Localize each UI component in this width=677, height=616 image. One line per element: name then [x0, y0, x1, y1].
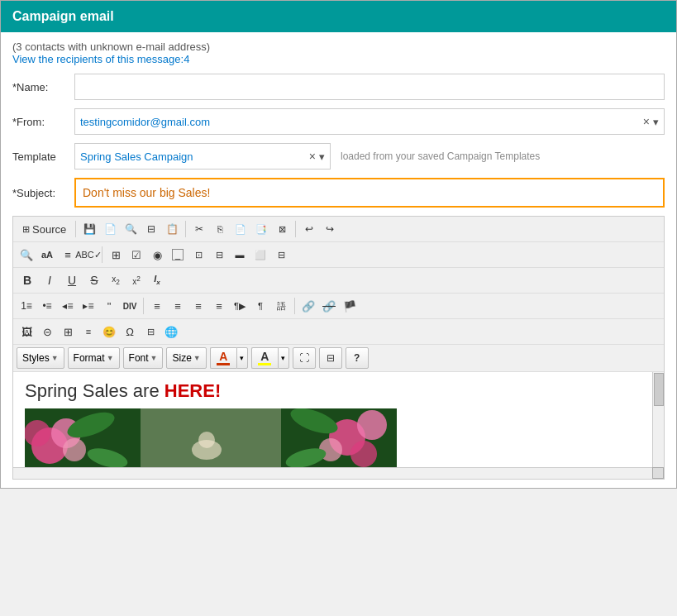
insert-table2-button[interactable]: ⊞	[58, 322, 78, 341]
remove-format-button[interactable]: Ix	[147, 270, 167, 290]
spell-icon: aA	[41, 250, 53, 260]
input-button[interactable]: _	[168, 245, 188, 265]
numbered-list-button[interactable]: 1≡	[17, 296, 36, 316]
template-value: Spring Sales Campaign	[80, 150, 309, 163]
vertical-scrollbar[interactable]	[652, 372, 664, 479]
undo-button[interactable]: ↩	[299, 219, 319, 239]
table-button[interactable]: ⊞	[106, 245, 126, 265]
iframe2-button[interactable]: 🌐	[161, 322, 181, 341]
underline-button[interactable]: U	[61, 270, 83, 290]
save-button[interactable]: 💾	[79, 219, 99, 239]
paste-cell-button[interactable]: ⊠	[272, 219, 292, 239]
new-doc-button[interactable]: 📄	[100, 219, 120, 239]
insert-hr-button[interactable]: ≡	[79, 322, 98, 341]
smiley-button[interactable]: 😊	[99, 322, 119, 341]
font-color-dropdown-button[interactable]: ▾	[236, 347, 248, 369]
recipients-link[interactable]: View the recipients of this message:4	[12, 53, 189, 65]
bg-color-button[interactable]: A	[251, 347, 278, 369]
spellcheck-button[interactable]: ABC✓	[79, 245, 98, 265]
from-arrow-icon[interactable]: ▾	[653, 116, 659, 128]
cut-button[interactable]: ✂	[189, 219, 209, 239]
insert-image-button[interactable]: 🖼	[17, 322, 36, 341]
italic-button[interactable]: I	[39, 270, 60, 290]
styles-dropdown[interactable]: Styles ▼	[17, 347, 64, 369]
bullet-list-button[interactable]: •≡	[37, 296, 57, 316]
name-input[interactable]	[74, 74, 665, 100]
copy-button[interactable]: ⎘	[210, 219, 230, 239]
paste-button[interactable]: 📋	[162, 219, 182, 239]
font-color-button[interactable]: A	[210, 347, 236, 369]
copy-format-icon: ⊟	[147, 223, 155, 235]
bold-button[interactable]: B	[17, 270, 38, 290]
paste-text-button[interactable]: 📄	[231, 219, 250, 239]
from-select[interactable]: testingcomidor@gmail.com × ▾	[74, 108, 665, 135]
template-arrow-icon[interactable]: ▾	[319, 150, 325, 163]
increase-indent-button[interactable]: ▸≡	[79, 296, 98, 316]
iframe2-icon: 🌐	[164, 326, 178, 338]
help-button[interactable]: ?	[346, 347, 369, 369]
editor-body[interactable]: Spring Sales are HERE!	[13, 372, 664, 479]
size-arrow-icon: ▼	[193, 354, 201, 362]
resize-handle[interactable]	[652, 467, 664, 479]
numbered-list-icon: 1≡	[21, 300, 32, 312]
copy-format-button[interactable]: ⊟	[141, 219, 161, 239]
lang-button[interactable]: 語	[271, 296, 291, 316]
justify-button[interactable]: ≡	[209, 296, 229, 316]
styles-label: Styles	[22, 352, 50, 364]
font-dropdown[interactable]: Font ▼	[123, 347, 164, 369]
maximize-button[interactable]: ⛶	[293, 347, 316, 369]
radio-button[interactable]: ◉	[147, 245, 167, 265]
superscript-button[interactable]: x2	[126, 270, 146, 290]
svg-point-4	[63, 438, 86, 461]
scrollbar-thumb[interactable]	[654, 373, 664, 406]
bg-color-dropdown-icon: ▾	[281, 354, 285, 362]
decrease-indent-button[interactable]: ◂≡	[58, 296, 78, 316]
flash-button[interactable]: ⊝	[37, 322, 57, 341]
select-button[interactable]: ⊡	[188, 245, 208, 265]
size-label: Size	[172, 352, 191, 364]
template-clear-icon[interactable]: ×	[309, 150, 316, 163]
source-button[interactable]: ⊞ Source	[17, 219, 72, 239]
combo-button[interactable]: ▬	[230, 245, 250, 265]
find2-button[interactable]: 🔍	[17, 245, 36, 265]
spell-button[interactable]: aA	[37, 245, 57, 265]
template-select[interactable]: Spring Sales Campaign × ▾	[74, 143, 331, 170]
format-dropdown[interactable]: Format ▼	[68, 347, 120, 369]
textarea-icon: ⊟	[216, 250, 223, 260]
text-direction-rtl-button[interactable]: ¶	[250, 296, 270, 316]
combo-icon: ▬	[236, 250, 245, 260]
bg-color-dropdown-button[interactable]: ▾	[278, 347, 289, 369]
subject-input[interactable]	[74, 178, 665, 208]
editor-title-bold: HERE!	[164, 380, 221, 401]
insert-image-icon: 🖼	[21, 326, 32, 338]
strikethrough-button[interactable]: S	[83, 270, 105, 290]
maximize-icon: ⛶	[299, 352, 309, 364]
align-left-button[interactable]: ≡	[147, 296, 167, 316]
div-button[interactable]: DIV	[120, 296, 140, 316]
anchor-button[interactable]: ⊟	[271, 245, 291, 265]
iframe-button[interactable]: ⬜	[250, 245, 270, 265]
insert-link-button[interactable]: 🔗	[298, 296, 318, 316]
align-right-button[interactable]: ≡	[188, 296, 208, 316]
contacts-text: (3 contacts with unknown e-mail address)	[12, 41, 210, 53]
horizontal-scrollbar[interactable]	[13, 467, 652, 479]
text-direction-ltr-button[interactable]: ¶▶	[230, 296, 250, 316]
page-break-button[interactable]: ⊟	[141, 322, 160, 341]
separator-4	[102, 246, 103, 263]
size-dropdown[interactable]: Size ▼	[166, 347, 206, 369]
align-center-button[interactable]: ≡	[168, 296, 188, 316]
align-right-icon: ≡	[195, 300, 202, 313]
checkbox-button[interactable]: ☑	[126, 245, 146, 265]
remove-link-button[interactable]: 🔗	[319, 296, 339, 316]
from-clear-icon[interactable]: ×	[643, 115, 650, 128]
blockquote-button[interactable]: "	[99, 296, 119, 316]
show-blocks-button[interactable]: ⊟	[319, 347, 342, 369]
subscript-button[interactable]: x2	[106, 270, 126, 290]
paste-word-button[interactable]: 📑	[251, 219, 271, 239]
flag-button[interactable]: 🏴	[340, 296, 360, 316]
align-icon: ≡	[64, 249, 71, 261]
special-char-button[interactable]: Ω	[120, 322, 140, 341]
redo-button[interactable]: ↪	[320, 219, 340, 239]
textarea-button[interactable]: ⊟	[209, 245, 229, 265]
find-button[interactable]: 🔍	[121, 219, 141, 239]
